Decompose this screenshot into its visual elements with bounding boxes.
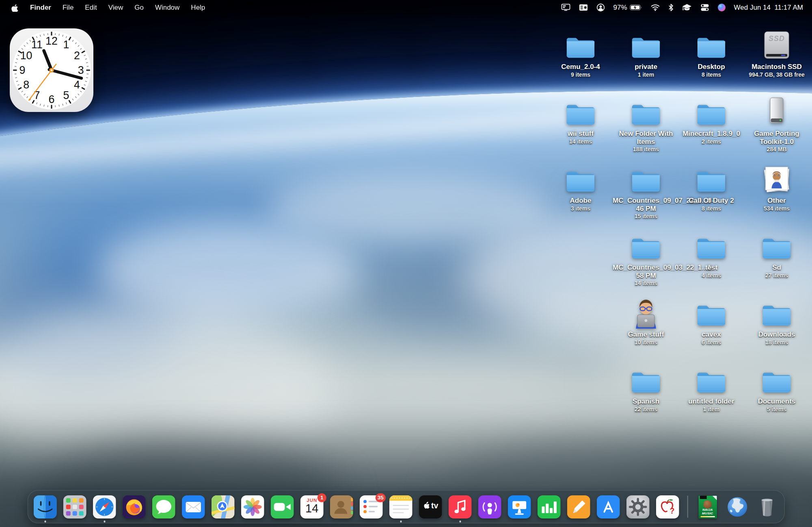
desktop-icon-mc-countries-09-07-22-0-0-46-pm[interactable]: MC_Countries_09_07_22_0...0-46 PM 15 ite…	[613, 162, 679, 219]
running-indicator	[459, 521, 461, 523]
folder-icon	[678, 229, 745, 262]
svg-text:4: 4	[74, 79, 80, 91]
drive-icon	[743, 95, 810, 129]
folder-icon	[743, 363, 810, 396]
running-indicator	[400, 521, 402, 523]
folder-icon	[547, 28, 614, 62]
desktop-icon-new-folder-with-items[interactable]: New Folder With Items 188 items	[613, 95, 679, 153]
clock-widget[interactable]: 121234567891011	[10, 28, 93, 112]
dock-icon-photos[interactable]	[241, 495, 264, 518]
desktop-icon-test[interactable]: test 4 items	[678, 229, 745, 279]
folder-icon	[613, 95, 679, 129]
desktop-icon-spanish[interactable]: Spanish 22 items	[613, 363, 679, 413]
folder-icon	[613, 162, 679, 196]
control-center-icon[interactable]	[700, 4, 709, 11]
dock-icon-mail[interactable]	[182, 495, 205, 518]
desktop-icon-mc-countries-09-03-22-1-1-58-pm[interactable]: MC_Countries_09_03_22_1...1-58 PM 14 ite…	[613, 229, 679, 286]
desktop-icon-macintosh-ssd[interactable]: SSD Macintosh SSD 994.7 GB, 38 GB free	[743, 28, 810, 78]
notification-badge: 1	[317, 493, 326, 502]
desktop-icon-game-stuff[interactable]: Game stuff 10 items	[613, 296, 679, 346]
desktop-icon-other[interactable]: Other 534 items	[743, 162, 810, 212]
dock-icon-reminders[interactable]: 35	[360, 495, 383, 518]
dock-icon-music[interactable]	[449, 495, 472, 518]
dock-icon-apple-question-app[interactable]: ?	[656, 495, 679, 518]
desktop-icon-adobe[interactable]: Adobe 3 items	[547, 162, 614, 212]
dock-icon-numbers[interactable]	[538, 495, 561, 518]
dock-icon-app-store[interactable]	[597, 495, 620, 518]
apple-menu-icon[interactable]	[11, 3, 19, 12]
folder-icon	[743, 296, 810, 329]
svg-text:6: 6	[49, 93, 55, 105]
svg-text:12: 12	[45, 35, 58, 47]
desktop-icon-cemu-2-0-4[interactable]: Cemu_2.0-4 9 items	[547, 28, 614, 78]
dock-icon-trash[interactable]	[755, 495, 778, 518]
bluetooth-icon[interactable]	[668, 4, 674, 11]
svg-text:5: 5	[63, 89, 69, 101]
desktop-icon-untitled-folder[interactable]: untitled folder 1 item	[678, 363, 745, 413]
menu-go[interactable]: Go	[134, 4, 144, 12]
folder-icon	[613, 28, 679, 62]
running-indicator	[44, 521, 46, 523]
dock-icon-keynote[interactable]	[508, 495, 531, 518]
dock-icon-messages[interactable]	[152, 495, 175, 518]
classroom-icon[interactable]	[682, 4, 692, 11]
menu-finder[interactable]: Finder	[30, 4, 51, 12]
folder-icon	[678, 28, 745, 62]
svg-text:10: 10	[20, 49, 32, 62]
desktop-icon-cavex[interactable]: cavex 6 items	[678, 296, 745, 346]
battery-percent: 97%	[613, 4, 627, 12]
menu-window[interactable]: Window	[155, 4, 179, 12]
ssd-icon: SSD	[743, 28, 810, 62]
desktop-icon-sd[interactable]: Sd 27 items	[743, 229, 810, 279]
dock-icon-firefox[interactable]	[123, 495, 146, 518]
battery-indicator[interactable]: 97%	[613, 4, 642, 12]
dock-icon-system-settings[interactable]	[626, 495, 650, 518]
dock-icon-contacts[interactable]	[330, 495, 353, 518]
wifi-icon[interactable]	[651, 4, 660, 11]
dock-icon-safari[interactable]	[93, 495, 116, 518]
dock-icon-launchpad[interactable]	[63, 495, 86, 518]
memoji-icon	[613, 296, 679, 329]
svg-text:9: 9	[19, 64, 25, 76]
dock-icon-maps[interactable]	[212, 495, 235, 518]
menu-file[interactable]: File	[63, 4, 73, 12]
menu-bar: FinderFileEditViewGoWindowHelp 97%	[0, 0, 812, 15]
desktop-icon-call-of-duty-2[interactable]: Call Of Duty 2 8 items	[678, 162, 745, 212]
dock-icon-finder[interactable]	[34, 495, 57, 518]
svg-text:tv: tv	[431, 501, 438, 510]
svg-text:?: ?	[670, 506, 675, 515]
dock: JUN14135tv? NAIJA MUSIC	[28, 490, 785, 523]
dock-icon-pages[interactable]	[567, 495, 590, 518]
dock-icon-calendar[interactable]: JUN141	[300, 495, 324, 518]
dock-icon-notes[interactable]	[389, 495, 412, 518]
dock-icon-podcasts[interactable]	[478, 495, 501, 518]
folder-icon	[678, 162, 745, 196]
display-mirroring-icon[interactable]	[561, 3, 570, 12]
menu-help[interactable]: Help	[191, 4, 205, 12]
user-account-icon[interactable]	[596, 3, 605, 12]
desktop-icon-game-porting-toolkit-1-0[interactable]: Game Porting Toolkit-1.0 284 MB	[743, 95, 810, 153]
desktop-icon-minecraft-1-8-9-0[interactable]: Minecraft_1.8.9_0 2 items	[678, 95, 745, 145]
svg-text:3: 3	[78, 64, 84, 76]
folder-icon	[743, 229, 810, 262]
desktop-icon-documents[interactable]: Documents 5 items	[743, 363, 810, 413]
folder-icon	[547, 162, 614, 196]
menu-edit[interactable]: Edit	[85, 4, 97, 12]
svg-text:7: 7	[34, 89, 40, 101]
desktop-icon-wii-stuff[interactable]: wii stuff 14 items	[547, 95, 614, 145]
folder-icon	[678, 296, 745, 329]
notification-badge: 35	[376, 493, 386, 502]
desktop-icon-downloads[interactable]: Downloads 18 items	[743, 296, 810, 346]
menu-view[interactable]: View	[108, 4, 123, 12]
dock-icon-apple-tv[interactable]: tv	[419, 495, 442, 518]
dock-icon-globe-document[interactable]	[726, 495, 749, 518]
svg-text:SSD: SSD	[769, 34, 785, 43]
svg-text:11: 11	[31, 39, 43, 51]
menu-bar-clock[interactable]: Wed Jun 14 11:17 AM	[734, 4, 803, 12]
siri-icon[interactable]	[718, 4, 726, 11]
dock-icon-naija-music-file[interactable]: NAIJA MUSIC	[696, 495, 719, 518]
dock-icon-facetime[interactable]	[271, 495, 294, 518]
desktop-icon-desktop[interactable]: Desktop 8 items	[678, 28, 745, 78]
window-switcher-icon[interactable]	[579, 4, 588, 11]
desktop-icon-private[interactable]: private 1 item	[613, 28, 679, 78]
